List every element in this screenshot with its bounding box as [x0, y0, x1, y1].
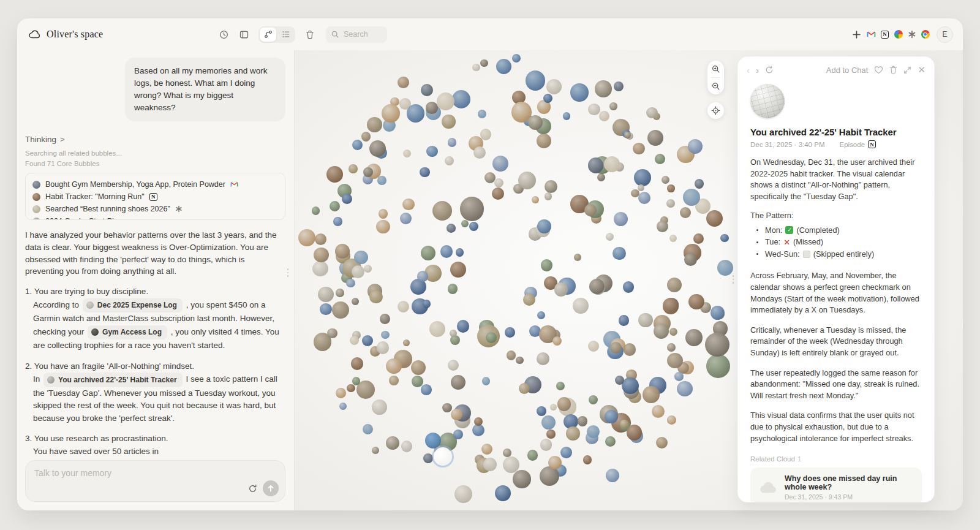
memory-bubble[interactable]	[460, 197, 484, 221]
memory-bubble[interactable]	[342, 194, 352, 204]
memory-bubble[interactable]	[516, 357, 523, 364]
memory-bubble[interactable]	[693, 233, 704, 244]
zoom-in-button[interactable]	[707, 61, 724, 77]
memory-bubble[interactable]	[473, 146, 486, 159]
memory-bubble[interactable]	[350, 336, 360, 346]
memory-bubble[interactable]	[440, 245, 453, 257]
memory-bubble[interactable]	[720, 234, 729, 243]
memory-bubble[interactable]	[623, 281, 634, 292]
memory-bubble[interactable]	[453, 430, 463, 439]
memory-bubble[interactable]	[646, 107, 658, 119]
memory-bubble[interactable]	[717, 260, 733, 276]
memory-bubble[interactable]	[654, 324, 669, 339]
close-icon[interactable]: ✕	[918, 64, 925, 75]
panel-resize-handle[interactable]	[732, 275, 734, 284]
memory-bubble[interactable]	[380, 314, 390, 324]
favorite-icon[interactable]	[874, 66, 883, 74]
memory-bubble[interactable]	[537, 134, 551, 148]
memory-bubble[interactable]	[589, 279, 605, 294]
memory-bubble[interactable]	[367, 117, 382, 132]
memory-bubble[interactable]	[495, 485, 511, 501]
memory-bubble[interactable]	[674, 372, 684, 381]
memory-bubble[interactable]	[335, 244, 350, 259]
memory-bubble[interactable]	[546, 430, 555, 438]
memory-bubble[interactable]	[532, 196, 539, 203]
memory-bubble[interactable]	[633, 143, 645, 155]
memory-bubble[interactable]	[486, 332, 497, 343]
memory-bubble[interactable]	[312, 206, 320, 215]
memory-bubble[interactable]	[474, 417, 483, 426]
memory-bubble[interactable]	[372, 447, 379, 454]
memory-bubble[interactable]	[496, 59, 511, 74]
memory-chip[interactable]: Gym Access Log	[88, 325, 167, 340]
memory-bubble[interactable]	[336, 388, 346, 398]
memory-bubble[interactable]	[421, 384, 432, 395]
memory-bubble[interactable]	[554, 282, 568, 297]
memory-bubble[interactable]	[638, 184, 644, 191]
memory-bubble[interactable]	[563, 112, 570, 119]
memory-bubble[interactable]	[620, 420, 628, 428]
memory-bubble[interactable]	[372, 399, 387, 415]
thinking-toggle[interactable]: Thinking >	[25, 135, 285, 144]
memory-bubble[interactable]	[379, 209, 388, 219]
memory-bubble[interactable]	[429, 321, 445, 337]
memory-bubble[interactable]	[634, 169, 651, 186]
memory-bubble[interactable]	[589, 395, 598, 404]
memory-bubble[interactable]	[573, 298, 589, 314]
memory-bubble[interactable]	[655, 154, 665, 164]
memory-bubble[interactable]	[327, 328, 337, 339]
memory-bubble[interactable]	[346, 279, 355, 288]
memory-bubble[interactable]	[450, 262, 466, 278]
memory-bubble[interactable]	[540, 439, 552, 450]
memory-bubble[interactable]	[320, 303, 331, 315]
delete-icon[interactable]	[889, 66, 897, 74]
memory-bubble[interactable]	[584, 204, 597, 216]
memory-bubble[interactable]	[647, 130, 663, 146]
memory-bubble[interactable]	[627, 425, 643, 441]
memory-bubble[interactable]	[432, 201, 453, 221]
core-bubbles-list[interactable]: Bought Gym Membership, Yoga App, Protein…	[25, 173, 285, 220]
memory-bubble[interactable]	[363, 424, 373, 434]
prev-button[interactable]: ‹	[747, 65, 750, 75]
memory-bubble[interactable]	[369, 290, 383, 304]
selected-memory-bubble[interactable]	[434, 447, 452, 466]
memory-bubble[interactable]	[507, 350, 516, 360]
memory-bubble[interactable]	[609, 102, 617, 110]
memory-bubble[interactable]	[376, 220, 390, 233]
memory-bubble[interactable]	[684, 253, 697, 266]
memory-bubble[interactable]	[480, 59, 488, 67]
expand-icon[interactable]	[903, 66, 911, 74]
memory-bubble[interactable]	[583, 455, 592, 464]
memory-bubble[interactable]	[685, 329, 703, 346]
memory-bubble[interactable]	[333, 217, 342, 226]
memory-bubble[interactable]	[448, 138, 456, 146]
memory-bubble[interactable]	[513, 470, 531, 488]
memory-bubble[interactable]	[528, 115, 543, 130]
memory-bubble[interactable]	[483, 458, 497, 471]
memory-chip[interactable]: You archived 22'-25' Habit Tracker	[43, 373, 183, 387]
memory-bubble[interactable]	[652, 405, 665, 418]
memory-bubble[interactable]	[541, 259, 553, 271]
memory-bubble[interactable]	[505, 327, 514, 337]
memory-bubble[interactable]	[421, 246, 435, 260]
memory-bubble[interactable]	[451, 375, 466, 390]
memory-bubble[interactable]	[605, 436, 616, 447]
memory-bubble[interactable]	[606, 233, 614, 241]
memory-bubble[interactable]	[663, 298, 679, 314]
memory-bubble[interactable]	[352, 140, 363, 150]
memory-bubble[interactable]	[407, 104, 424, 122]
memory-bubble[interactable]	[574, 254, 581, 261]
memory-bubble[interactable]	[612, 247, 625, 260]
graph-view-button[interactable]	[260, 28, 276, 42]
memory-bubble[interactable]	[478, 110, 486, 118]
memory-bubble[interactable]	[403, 339, 410, 346]
memory-bubble[interactable]	[523, 293, 535, 306]
memory-bubble[interactable]	[667, 353, 682, 368]
memory-bubble[interactable]	[426, 146, 437, 157]
memory-bubble[interactable]	[417, 271, 428, 281]
memory-bubble[interactable]	[527, 450, 538, 461]
memory-bubble[interactable]	[492, 156, 508, 172]
memory-bubble[interactable]	[705, 333, 729, 357]
memory-bubble[interactable]	[330, 201, 340, 211]
memory-bubble[interactable]	[401, 441, 412, 452]
